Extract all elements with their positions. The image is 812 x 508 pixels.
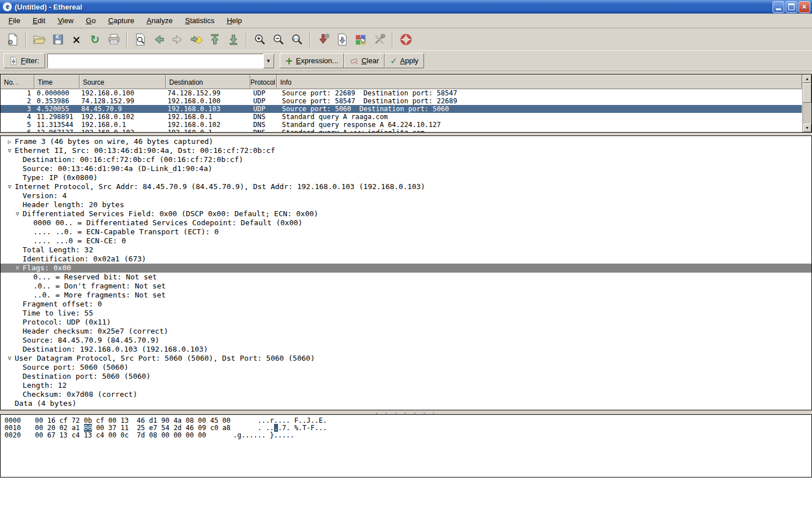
zoom-normal-button[interactable]: 1:1 — [288, 30, 306, 49]
display-filter-button[interactable] — [333, 30, 351, 49]
packet-row[interactable]: 3 4.520055 84.45.70.9 192.168.0.103 UDP … — [1, 105, 802, 113]
detail-text: Type: IP (0x0800) — [23, 173, 98, 182]
detail-line[interactable]: Source: 84.45.70.9 (84.45.70.9) — [1, 336, 811, 345]
restore-button[interactable] — [785, 1, 797, 13]
go-bottom-button[interactable] — [224, 30, 242, 49]
detail-line[interactable]: Header length: 20 bytes — [1, 200, 811, 209]
detail-line[interactable]: Source: 00:13:46:d1:90:4a (D-Link_d1:90:… — [1, 164, 811, 173]
coloring-rules-button[interactable] — [351, 30, 370, 49]
detail-line[interactable]: ▽ Internet Protocol, Src Addr: 84.45.70.… — [1, 182, 811, 191]
detail-line[interactable]: Protocol: UDP (0x11) — [1, 318, 811, 327]
close-button[interactable]: × — [798, 1, 810, 13]
detail-line[interactable]: .... ...0 = ECN-CE: 0 — [1, 237, 811, 246]
detail-line[interactable]: Type: IP (0x0800) — [1, 173, 811, 182]
minimize-button[interactable] — [773, 1, 784, 13]
forward-button[interactable] — [168, 30, 187, 49]
detail-line[interactable]: .0.. = Don't fragment: Not set — [1, 282, 811, 291]
cell-info: Standard query response A 64.224.10.127 — [277, 121, 802, 129]
packet-row[interactable]: 5 11.313544 192.168.0.1 192.168.0.102 DN… — [1, 121, 802, 129]
filter-dropdown-button[interactable]: ▼ — [263, 54, 274, 68]
scroll-up-icon[interactable]: ▲ — [803, 75, 811, 83]
detail-line[interactable]: Fragment offset: 0 — [1, 300, 811, 309]
column-header-source[interactable]: Source — [80, 75, 166, 89]
detail-line[interactable]: 0... = Reserved bit: Not set — [1, 273, 811, 282]
menu-go[interactable]: Go — [80, 14, 102, 27]
detail-line[interactable]: Time to live: 55 — [1, 309, 811, 318]
expander-icon[interactable]: ▷ — [5, 137, 15, 146]
zoom-out-icon — [272, 33, 285, 46]
filter-button[interactable]: Filter: — [3, 53, 45, 68]
detail-line[interactable]: ▽ Flags: 0x00 — [1, 264, 811, 273]
packet-row[interactable]: 4 11.298891 192.168.0.102 192.168.0.1 DN… — [1, 113, 802, 121]
detail-line[interactable]: Data (4 bytes) — [1, 399, 811, 408]
preferences-button[interactable] — [370, 30, 389, 49]
capture-interfaces-button[interactable]: ⚙ — [3, 30, 22, 49]
jump-button[interactable] — [187, 30, 205, 49]
splitter-handle-icon[interactable] — [375, 411, 436, 414]
save-button[interactable] — [48, 30, 67, 49]
column-header-no[interactable]: No. . — [1, 75, 34, 89]
close-capture-button[interactable]: × — [67, 30, 86, 49]
detail-line[interactable]: Checksum: 0x7d08 (correct) — [1, 390, 811, 399]
detail-line[interactable]: ▽ Ethernet II, Src: 00:13:46:d1:90:4a, D… — [1, 146, 811, 155]
detail-line[interactable]: Version: 4 — [1, 191, 811, 200]
expander-icon[interactable]: ▽ — [5, 354, 15, 363]
menu-view[interactable]: View — [51, 14, 80, 27]
find-button[interactable] — [131, 30, 149, 49]
detail-line[interactable]: 0000 00.. = Differentiated Services Code… — [1, 218, 811, 227]
expander-icon[interactable]: ▽ — [12, 209, 23, 218]
print-button[interactable] — [104, 30, 123, 49]
detail-text: Header checksum: 0x25e7 (correct) — [23, 327, 168, 336]
packet-row[interactable]: 6 12.967127 192.168.0.102 192.168.0.1 DN… — [1, 129, 802, 132]
expander-icon[interactable]: ▽ — [12, 264, 23, 273]
menu-help[interactable]: Help — [220, 14, 248, 27]
capture-filter-button[interactable] — [314, 30, 333, 49]
detail-line[interactable]: ▽ User Datagram Protocol, Src Port: 5060… — [1, 354, 811, 363]
detail-line[interactable]: Identification: 0x02a1 (673) — [1, 255, 811, 264]
detail-line[interactable]: Source port: 5060 (5060) — [1, 363, 811, 372]
go-top-button[interactable] — [205, 30, 224, 49]
column-header-destination[interactable]: Destination — [166, 75, 250, 89]
titlebar[interactable]: (Untitled) - Ethereal × — [0, 0, 812, 14]
hex-row[interactable]: 0020 00 67 13 c4 13 c4 00 0c 7d 08 00 00… — [5, 432, 811, 439]
detail-line[interactable]: Length: 12 — [1, 381, 811, 390]
packet-list-scrollbar[interactable]: ▲ ▼ — [802, 75, 811, 132]
expander-icon[interactable]: ▽ — [5, 182, 15, 191]
detail-line[interactable]: Destination: 00:16:cf:72:0b:cf (00:16:cf… — [1, 155, 811, 164]
expander-icon[interactable]: ▽ — [5, 146, 15, 155]
clear-button[interactable]: Clear — [344, 53, 385, 68]
back-button[interactable] — [149, 30, 168, 49]
help-button[interactable] — [396, 30, 415, 49]
detail-line[interactable]: Total Length: 32 — [1, 246, 811, 255]
detail-line[interactable]: ▷ Frame 3 (46 bytes on wire, 46 bytes ca… — [1, 137, 811, 146]
reload-button[interactable]: ↻ — [86, 30, 104, 49]
menu-file[interactable]: File — [2, 14, 27, 27]
packet-row[interactable]: 1 0.000000 192.168.0.100 74.128.152.99 U… — [1, 89, 802, 97]
column-header-info[interactable]: Info — [277, 75, 802, 89]
apply-button[interactable]: ✓ Apply — [385, 53, 424, 68]
scrollbar-thumb[interactable] — [803, 84, 811, 103]
menu-analyze[interactable]: Analyze — [140, 14, 179, 27]
detail-line[interactable]: Destination port: 5060 (5060) — [1, 372, 811, 381]
detail-line[interactable]: Destination: 192.168.0.103 (192.168.0.10… — [1, 345, 811, 354]
detail-line[interactable]: ▽ Differentiated Services Field: 0x00 (D… — [1, 209, 811, 218]
menu-edit[interactable]: Edit — [27, 14, 51, 27]
packet-list-pane: No. . Time Source Destination Protocol I… — [0, 74, 812, 133]
zoom-out-button[interactable] — [269, 30, 288, 49]
open-folder-icon — [33, 33, 46, 46]
column-header-protocol[interactable]: Protocol — [250, 75, 277, 89]
packet-row[interactable]: 2 0.353986 74.128.152.99 192.168.0.100 U… — [1, 97, 802, 105]
detail-line[interactable]: ..0. = More fragments: Not set — [1, 291, 811, 300]
menu-statistics[interactable]: Statistics — [179, 14, 220, 27]
filter-input[interactable] — [47, 54, 263, 68]
zoom-in-button[interactable] — [250, 30, 269, 49]
expression-button[interactable]: + Expression... — [280, 53, 344, 68]
column-header-time[interactable]: Time — [34, 75, 80, 89]
open-button[interactable] — [30, 30, 48, 49]
detail-line[interactable]: Header checksum: 0x25e7 (correct) — [1, 327, 811, 336]
scroll-down-icon[interactable]: ▼ — [803, 124, 811, 132]
detail-line[interactable]: .... ..0. = ECN-Capable Transport (ECT):… — [1, 227, 811, 237]
pane-splitter[interactable] — [0, 410, 812, 414]
clear-label: Clear — [361, 56, 379, 65]
menu-capture[interactable]: Capture — [102, 14, 140, 27]
